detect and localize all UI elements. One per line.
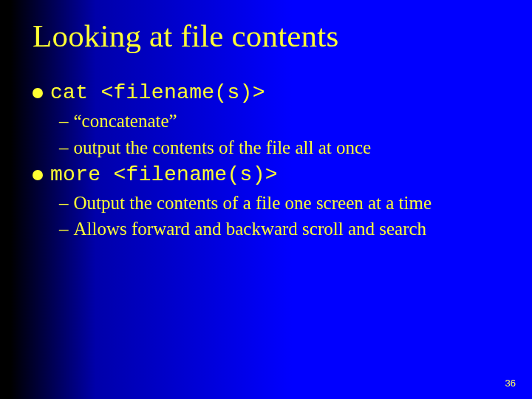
bullet-icon xyxy=(33,88,43,98)
command-label: more <filename(s)> xyxy=(50,162,278,188)
page-number: 36 xyxy=(505,378,516,389)
sub-bullet-text: “concatenate” xyxy=(74,109,177,134)
slide-title: Looking at file contents xyxy=(33,18,338,54)
sub-bullet-text: Allows forward and backward scroll and s… xyxy=(74,216,427,242)
dash-icon: – xyxy=(59,109,69,134)
slide: Looking at file contents cat <filename(s… xyxy=(0,0,532,399)
bullet-item-more: more <filename(s)> xyxy=(33,162,510,188)
sub-bullet: – “concatenate” xyxy=(59,109,473,134)
dash-icon: – xyxy=(59,191,69,216)
slide-body: cat <filename(s)> – “concatenate” – outp… xyxy=(33,80,510,243)
dash-icon: – xyxy=(59,135,69,160)
bullet-item-cat: cat <filename(s)> xyxy=(33,80,510,106)
sub-bullet-text: output the contents of the file all at o… xyxy=(74,135,372,160)
sub-bullet: – Output the contents of a file one scre… xyxy=(59,191,473,216)
dash-icon: – xyxy=(59,216,69,242)
sub-bullet: – output the contents of the file all at… xyxy=(59,135,473,160)
command-label: cat <filename(s)> xyxy=(50,80,265,106)
sub-bullet: – Allows forward and backward scroll and… xyxy=(59,216,473,242)
sub-bullet-text: Output the contents of a file one screen… xyxy=(74,191,432,216)
bullet-icon xyxy=(33,170,43,180)
